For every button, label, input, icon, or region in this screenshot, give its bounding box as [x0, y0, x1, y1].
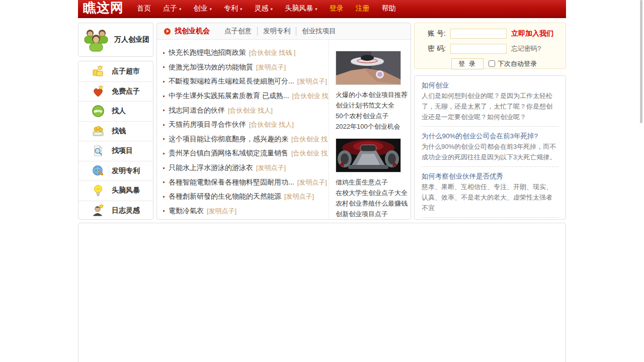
sidebar-item-invention-patent[interactable]: 发明专利 — [78, 161, 153, 181]
sidebar-item-label: 免费点子 — [112, 87, 140, 96]
brainstorm-icon — [92, 184, 105, 197]
list-item: 火爆的小本创业项目推荐 — [336, 89, 411, 100]
nav-item-login[interactable]: 登录 — [324, 0, 350, 17]
idea-title[interactable]: 天猫药房项目寻合作伙伴 — [169, 120, 246, 129]
opportunity-panel: 找创业机会 点子创意 发明专利 创业找项目 快充长跑锂电池招商政策[合伙创业 找… — [156, 23, 411, 220]
tab-invention-patent[interactable]: 发明专利 — [257, 27, 296, 36]
nav-label: 登录 — [330, 4, 344, 13]
nav-item-help[interactable]: 帮助 — [376, 0, 402, 17]
free-idea-icon — [92, 85, 105, 98]
auto-login-checkbox[interactable] — [489, 60, 495, 67]
sidebar-item-free-ideas[interactable]: 免费点子 — [78, 81, 153, 102]
promo-link[interactable]: 2022年100个创业机会 — [336, 123, 400, 130]
promo-link[interactable]: 创业计划书范文大全 — [336, 102, 394, 109]
list-item[interactable]: 電動冷氣衣[发明点子] — [162, 204, 329, 219]
list-item[interactable]: 各種智能電動保養各種物料堅固耐用功...[发明点子] — [162, 175, 329, 190]
list-item[interactable]: 这个项目能让你彻底翻身，感兴趣的来[合伙创业 找 — [162, 132, 329, 147]
nav-label: 帮助 — [382, 4, 396, 13]
idea-tag: [合伙创业 找人] — [249, 120, 294, 129]
chevron-down-icon: ▾ — [271, 7, 273, 12]
article-title-link[interactable]: 为什么90%的创业公司会在前3年死掉? — [422, 131, 558, 141]
idea-title[interactable]: 快充长跑锂电池招商政策 — [169, 48, 246, 57]
idea-title[interactable]: 找志同道合的伙伴 — [169, 106, 225, 115]
right-sidebar: 账 号: 立即加入我们 密 码: 忘记密码? 登 录 下次自动登录 — [414, 23, 566, 220]
promo-image-2[interactable] — [336, 138, 401, 172]
list-item[interactable]: 快充长跑锂电池招商政策[合伙创业 找钱 ] — [162, 46, 329, 60]
list-item[interactable]: 找志同道合的伙伴[合伙创业 找人] — [162, 103, 329, 118]
sidebar-item-brainstorm[interactable]: 头脑风暴 — [78, 180, 153, 201]
idea-tag: [发明点子] — [284, 192, 314, 201]
list-item[interactable]: 贵州茅台镇白酒网络私域锁定流量销售[合伙创业 找 — [162, 146, 329, 161]
idea-title[interactable]: 電動冷氣衣 — [169, 207, 204, 216]
idea-list: 快充长跑锂电池招商政策[合伙创业 找钱 ] 使激光加强功效的功能物質[发明点子]… — [157, 40, 329, 220]
article-title-link[interactable]: 如何考察创业伙伴是否优秀 — [422, 171, 558, 182]
sidebar-item-journal-inspiration[interactable]: 日志灵感 — [78, 201, 153, 220]
main-menu: 首页 点子▾ 创业▾ 专利▾ 灵感▾ 头脑风暴▾ 登录 注册 帮助 — [131, 0, 402, 17]
idea-title[interactable]: 各種創新研發的生化物能的天然能源 — [169, 192, 281, 201]
forgot-password-link[interactable]: 忘记密码? — [511, 44, 541, 53]
site-logo[interactable]: 瞧这网 — [78, 0, 131, 18]
nav-label: 首页 — [137, 4, 151, 13]
article-item: 如何考察创业伙伴是否优秀 慈孝、果断、互相信任、专注、开朗、现实、认真、效率、不… — [422, 171, 558, 213]
idea-title[interactable]: 这个项目能让你彻底翻身，感兴趣的来 — [169, 135, 288, 144]
sidebar-item-find-project[interactable]: 找项目 — [78, 141, 153, 161]
idea-title[interactable]: 使激光加强功效的功能物質 — [169, 63, 253, 72]
tab-idea-creativity[interactable]: 点子创意 — [219, 27, 257, 36]
list-item[interactable]: 中学生课外实践拓展素质教育 已成熟...[合伙创业 找 — [162, 89, 329, 104]
account-label: 账 号: — [428, 29, 450, 38]
idea-tag: [发明点子] — [256, 163, 286, 172]
idea-tag: [合伙创业 找钱 ] — [249, 48, 295, 57]
list-item[interactable]: 各種創新研發的生化物能的天然能源[发明点子] — [162, 190, 329, 204]
chevron-down-icon: ▾ — [315, 7, 317, 12]
promo-link[interactable]: 50个农村创业点子 — [336, 112, 388, 120]
promo-link[interactable]: 借鸡生蛋生意点子 — [336, 178, 388, 186]
sidebar-team-banner[interactable]: 万人创业团 — [78, 23, 153, 57]
content-area: 万人创业团 点子超市 — [78, 23, 566, 220]
chevron-down-icon: ▾ — [240, 7, 243, 12]
login-button[interactable]: 登 录 — [451, 58, 484, 69]
list-item[interactable]: 不斷複製端粒再生端粒延長使細胞可分...[发明点子] — [162, 74, 329, 89]
sidebar-item-find-money[interactable]: 找钱 — [78, 121, 153, 141]
sidebar-item-label: 日志灵感 — [112, 206, 140, 215]
nav-item-register[interactable]: 注册 — [350, 0, 376, 17]
window-scrollbar[interactable] — [640, 0, 642, 123]
idea-tag: [发明点子] — [207, 207, 236, 216]
tab-startup-projects[interactable]: 创业找项目 — [296, 27, 342, 36]
password-input[interactable] — [450, 44, 507, 54]
nav-item-patent[interactable]: 专利▾ — [218, 0, 249, 17]
list-item[interactable]: 天猫药房项目寻合作伙伴[合伙创业 找人] — [162, 118, 329, 132]
promo-link[interactable]: 火爆的小本创业项目推荐 — [336, 91, 408, 99]
account-input[interactable] — [450, 29, 507, 39]
left-sidebar: 万人创业团 点子超市 — [78, 23, 153, 220]
idea-title[interactable]: 各種智能電動保養各種物料堅固耐用功... — [169, 178, 294, 187]
promo-links: 火爆的小本创业项目推荐 创业计划书范文大全 50个农村创业点子 2022年100… — [336, 89, 411, 132]
idea-title[interactable]: 中学生课外实践拓展素质教育 已成熟... — [169, 92, 289, 101]
nav-item-startup[interactable]: 创业▾ — [188, 0, 218, 17]
divider — [422, 166, 558, 167]
idea-title[interactable]: 贵州茅台镇白酒网络私域锁定流量销售 — [169, 149, 288, 158]
promo-link[interactable]: 农村创业养殖什么最赚钱 — [336, 200, 408, 207]
auto-login-label: 下次自动登录 — [498, 59, 537, 68]
article-title-link[interactable]: 如何创业 — [422, 80, 558, 90]
sidebar-team-label: 万人创业团 — [114, 35, 149, 44]
list-item[interactable]: 使激光加强功效的功能物質[发明点子] — [162, 60, 329, 75]
sidebar-item-find-people[interactable]: 找人 — [78, 101, 153, 121]
article-item: 为什么90%的创业公司会在前3年死掉? 为什么90%的创业公司都会在前3年死掉，… — [422, 131, 558, 162]
promo-link[interactable]: 创新创业项目点子 — [336, 210, 388, 218]
sidebar-item-idea-market[interactable]: 点子超市 — [78, 61, 153, 81]
nav-item-ideas[interactable]: 点子▾ — [157, 0, 188, 17]
nav-item-brainstorm[interactable]: 头脑风暴▾ — [279, 0, 324, 17]
nav-item-inspiration[interactable]: 灵感▾ — [249, 0, 279, 17]
promo-image-1[interactable] — [336, 51, 401, 85]
auto-login-option: 下次自动登录 — [489, 59, 537, 68]
list-item[interactable]: 只能水上浮水游泳的游泳衣[发明点子] — [162, 161, 329, 175]
join-now-link[interactable]: 立即加入我们 — [511, 29, 553, 38]
list-item: 创新创业项目点子 — [336, 209, 411, 219]
nav-item-home[interactable]: 首页 — [131, 0, 157, 17]
idea-title[interactable]: 不斷複製端粒再生端粒延長使細胞可分... — [169, 77, 294, 86]
idea-title[interactable]: 只能水上浮水游泳的游泳衣 — [169, 163, 253, 172]
divider — [422, 126, 558, 127]
promo-links: 借鸡生蛋生意点子 在校大学生创业点子大全 农村创业养殖什么最赚钱 创新创业项目点… — [336, 177, 411, 219]
nav-label: 创业 — [194, 4, 208, 13]
promo-link[interactable]: 在校大学生创业点子大全 — [336, 189, 408, 197]
